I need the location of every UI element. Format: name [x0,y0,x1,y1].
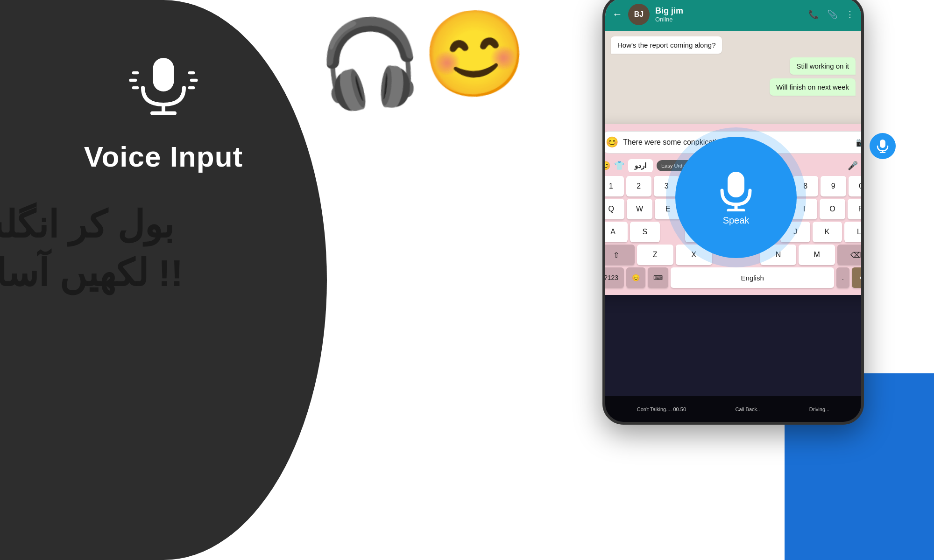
key-l[interactable]: L [844,222,864,242]
key-123[interactable]: ?123 [602,267,624,288]
sent-message-2: Will finish on next week [770,78,856,96]
smiley-emoji: 🎧😊 [314,0,532,117]
urdu-tagline: بول کر انگلش اور اُردو لکھیں آسانی کے سا… [0,201,234,298]
phone-icon[interactable]: 📞 [808,9,819,20]
easy-urdu-label: Easy Urdu [661,163,685,168]
status-text-1: Con't Talking.... 00.50 [637,406,686,412]
key-s[interactable]: S [630,222,659,242]
svg-rect-12 [880,140,885,148]
big-mic-icon [717,169,755,211]
back-arrow-icon[interactable]: ← [612,8,623,21]
sent-message-1: Still working on it [790,57,856,75]
keyboard-panel: 😊 There were some conpkicati 📷 😊 👕 اردو … [602,124,864,295]
emoji-button[interactable]: 😊 [606,136,618,148]
bottom-row: ?123 😊 ⌨ English . ↵ [602,267,864,288]
key-1[interactable]: 1 [602,176,624,196]
speak-label: Speak [723,215,750,226]
key-shift[interactable]: ⇧ [602,245,635,265]
camera-icon[interactable]: 📷 [856,137,864,147]
phone-status-bar: Con't Talking.... 00.50 Call Back.. Driv… [605,396,861,422]
key-emoji[interactable]: 😊 [626,267,645,288]
key-q[interactable]: Q [602,199,624,219]
voice-input-button[interactable]: Speak [675,137,797,258]
received-message: How's the report coming along? [611,36,722,54]
key-backspace[interactable]: ⌫ [837,245,864,265]
mic-icon-container [117,37,210,131]
key-period[interactable]: . [836,267,849,288]
key-2[interactable]: 2 [626,176,652,196]
status-text-3: Driving... [809,406,829,412]
mic-keyboard-icon[interactable]: 🎤 [848,161,858,171]
more-options-icon[interactable]: ⋮ [846,9,854,20]
big-mic-placeholder2 [662,222,683,242]
emoji-keyboard-icon[interactable]: 😊 [602,161,610,171]
chat-body: How's the report coming along? Still wor… [605,31,861,101]
phone-mockup: ← BJ Big jim Online 📞 📎 ⋮ How's the repo… [602,0,864,425]
urdu-line1: بول کر انگلش اور اُردو [0,201,234,249]
key-k[interactable]: K [813,222,842,242]
key-0[interactable]: 0 [849,176,864,196]
key-w[interactable]: W [627,199,653,219]
contact-status: Online [655,16,803,23]
urdu-button[interactable]: اردو [628,159,653,172]
key-keyboard[interactable]: ⌨ [648,267,668,288]
urdu-line2: لکھیں آسانی کے ساتھ !! [0,249,234,298]
floating-mic-icon [877,139,889,153]
key-p[interactable]: P [848,199,864,219]
contact-avatar: BJ [628,4,650,25]
contact-info: Big jim Online [655,6,803,23]
status-text-2: Call Back.. [736,406,760,412]
microphone-icon [126,47,201,121]
paperclip-icon[interactable]: 📎 [827,9,837,20]
app-title: Voice Input [84,140,243,173]
svg-rect-9 [728,172,744,197]
shirt-icon[interactable]: 👕 [614,161,624,171]
floating-mic-button[interactable] [870,133,896,159]
key-a[interactable]: A [602,222,628,242]
settings-keyboard-icon[interactable]: ⚙️ [862,161,864,171]
svg-rect-6 [153,58,174,91]
key-z[interactable]: Z [637,245,673,265]
key-o[interactable]: O [820,199,846,219]
key-m[interactable]: M [799,245,835,265]
chat-action-icons: 📞 📎 ⋮ [808,9,854,20]
key-enter[interactable]: ↵ [852,267,864,288]
contact-name: Big jim [655,6,803,16]
chat-header: ← BJ Big jim Online 📞 📎 ⋮ [605,0,861,31]
key-space[interactable]: English [671,267,834,288]
key-9[interactable]: 9 [821,176,846,196]
